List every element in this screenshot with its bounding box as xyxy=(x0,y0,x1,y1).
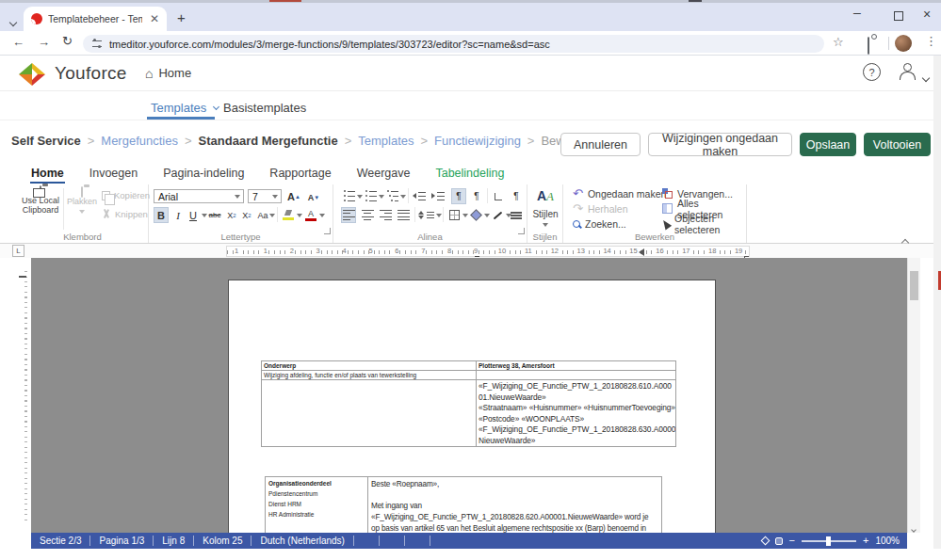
url-bar[interactable]: tmeditor.youforce.com/modules/3/merge-fu… xyxy=(83,35,824,53)
ribbon-tab-invoegen[interactable]: Invoegen xyxy=(89,164,138,183)
indent-marker[interactable] xyxy=(639,248,644,256)
document-canvas[interactable]: Onderwerp Plotterweg 38, Amersfoort Wijz… xyxy=(31,258,907,533)
zoom-slider-thumb[interactable] xyxy=(826,536,831,546)
breadcrumb-item[interactable]: Functiewijziging xyxy=(434,134,521,148)
ribbon-tab-pagina-indeling[interactable]: Pagina-indeling xyxy=(162,164,245,183)
breadcrumb-item[interactable]: Templates xyxy=(358,134,414,148)
user-icon[interactable] xyxy=(899,63,916,80)
shading-button[interactable] xyxy=(468,207,483,223)
font-color-button[interactable]: A xyxy=(303,207,318,223)
table-cell[interactable]: Plotterweg 38, Amersfoort xyxy=(477,361,676,371)
table2-right[interactable]: Beste «Roepnaam»,Met ingang van«F_Wijzig… xyxy=(368,477,663,533)
subject-table[interactable]: Onderwerp Plotterweg 38, Amersfoort Wijz… xyxy=(261,360,676,447)
numbered-list-button[interactable] xyxy=(363,188,378,204)
vertical-scrollbar[interactable] xyxy=(907,258,920,533)
tab-search-button[interactable] xyxy=(10,12,16,29)
italic-button[interactable]: I xyxy=(170,207,186,223)
styles-dropdown-icon[interactable] xyxy=(543,223,548,227)
breadcrumb-item[interactable]: Mergefuncties xyxy=(101,134,178,148)
highlight-color-button[interactable] xyxy=(281,207,296,223)
styles-button-label[interactable]: Stijlen xyxy=(527,209,563,219)
table-cell[interactable] xyxy=(477,371,676,380)
increase-indent-button[interactable] xyxy=(430,188,446,204)
align-center-button[interactable] xyxy=(360,207,375,223)
multilevel-dropdown-icon[interactable] xyxy=(400,195,406,199)
font-color-dropdown-icon[interactable] xyxy=(319,214,325,217)
save-button[interactable]: Opslaan xyxy=(800,133,856,156)
subscript-button[interactable]: X2 xyxy=(224,207,239,223)
document-page[interactable]: Onderwerp Plotterweg 38, Amersfoort Wijz… xyxy=(228,280,716,533)
reload-button[interactable]: ↻ xyxy=(62,34,73,48)
decrease-indent-button[interactable] xyxy=(412,188,427,204)
border-pen-button[interactable] xyxy=(490,207,505,223)
horizontal-ruler[interactable]: → 112345678910111213141516171819 xyxy=(226,246,750,257)
underline-button[interactable]: U xyxy=(186,207,201,223)
multilevel-list-button[interactable] xyxy=(384,188,399,204)
site-info-icon[interactable] xyxy=(92,40,102,47)
ribbon-tab-tabelindeling[interactable]: Tabelindeling xyxy=(434,164,505,183)
tab-basistemplates[interactable]: Basistemplates xyxy=(223,101,306,115)
window-minimize-button[interactable]: – xyxy=(853,5,861,20)
vertical-ruler[interactable] xyxy=(21,271,27,523)
browser-tab[interactable]: Templatebeheer - Template bev ✕ xyxy=(24,7,167,31)
table2-left[interactable]: OrganisatieonderdeelPdienstencentrumDien… xyxy=(266,477,368,533)
line-spacing-dropdown-icon[interactable] xyxy=(436,214,442,217)
statusbar-segment[interactable]: Sectie 2/3 xyxy=(31,536,89,546)
cut-button[interactable]: Knippen xyxy=(102,209,148,219)
tab-stop-selector[interactable]: L xyxy=(12,245,24,257)
alignment-tab-button[interactable] xyxy=(491,188,506,204)
window-close-button[interactable]: × xyxy=(923,7,931,22)
scrollbar-thumb[interactable] xyxy=(910,271,918,300)
bookmark-star-icon[interactable]: ☆ xyxy=(833,35,844,49)
copy-button[interactable]: Kopiëren xyxy=(102,190,150,200)
cancel-button[interactable]: Annuleren xyxy=(560,133,641,156)
zoom-in-button[interactable]: + xyxy=(863,536,868,546)
statusbar-segment[interactable]: Pagina 1/3 xyxy=(90,536,153,546)
merge-cell[interactable]: «F_Wijziging_OE_Functie_PTW_1_20180828.6… xyxy=(477,380,676,447)
ribbon-tab-home[interactable]: Home xyxy=(30,164,65,183)
show-marks-button[interactable]: ¶ xyxy=(509,188,524,204)
fit-page-icon[interactable] xyxy=(760,536,770,546)
paste-button[interactable]: Plakken xyxy=(66,187,98,216)
scroll-down-icon[interactable] xyxy=(912,519,916,536)
ribbon-tab-weergave[interactable]: Weergave xyxy=(356,164,412,183)
zoom-out-button[interactable]: − xyxy=(789,536,795,546)
shrink-font-button[interactable]: A▼ xyxy=(306,189,321,205)
grow-font-button[interactable]: A▲ xyxy=(286,188,301,204)
align-right-button[interactable] xyxy=(378,207,393,223)
change-case-dropdown-icon[interactable] xyxy=(269,214,275,217)
bold-button[interactable]: B xyxy=(154,207,169,223)
find-button[interactable]: Zoeken... xyxy=(573,217,626,230)
superscript-button[interactable]: X2 xyxy=(239,207,254,223)
font-family-select[interactable]: Arial xyxy=(154,189,244,203)
user-menu-chevron-icon[interactable] xyxy=(923,68,929,85)
change-case-button[interactable]: Aa xyxy=(255,207,270,223)
statusbar-segment[interactable]: Dutch (Netherlands) xyxy=(251,536,352,546)
justify-button[interactable] xyxy=(396,207,411,223)
table-cell[interactable]: Onderwerp xyxy=(262,361,477,371)
highlight-dropdown-icon[interactable] xyxy=(297,214,302,217)
strikethrough-button[interactable]: abc xyxy=(207,207,222,223)
bullet-list-button[interactable] xyxy=(341,188,356,204)
use-local-clipboard-button[interactable]: Use Local Clipboard xyxy=(19,186,62,215)
undo-button[interactable]: ↶ Ongedaan maken xyxy=(573,187,666,200)
statusbar-segment[interactable]: Kolom 25 xyxy=(194,536,251,546)
table-cell[interactable] xyxy=(262,380,477,447)
browser-profile-avatar[interactable] xyxy=(895,35,912,52)
help-icon[interactable]: ? xyxy=(863,63,881,81)
tab-templates[interactable]: Templates xyxy=(151,101,219,115)
ltr-paragraph-button[interactable]: ¶ xyxy=(451,188,466,204)
undo-changes-button[interactable]: Wijzigingen ongedaan maken xyxy=(648,133,792,156)
fit-width-icon[interactable] xyxy=(775,537,783,545)
shading-pattern-button[interactable] xyxy=(509,207,524,223)
rtl-paragraph-button[interactable]: ¶ xyxy=(469,188,484,204)
new-tab-button[interactable]: + xyxy=(177,9,186,25)
statusbar-segment[interactable]: Lijn 8 xyxy=(154,536,193,546)
browser-menu-icon[interactable]: ⋮ xyxy=(925,34,937,48)
finish-button[interactable]: Voltooien xyxy=(864,133,931,156)
select-objects-button[interactable]: Objecten selecteren xyxy=(662,217,746,230)
tab-close-icon[interactable]: ✕ xyxy=(150,13,159,24)
home-nav[interactable]: ⌂ Home xyxy=(145,66,191,80)
letter-table[interactable]: OrganisatieonderdeelPdienstencentrumDien… xyxy=(265,476,662,533)
back-button[interactable]: ← xyxy=(12,35,24,49)
